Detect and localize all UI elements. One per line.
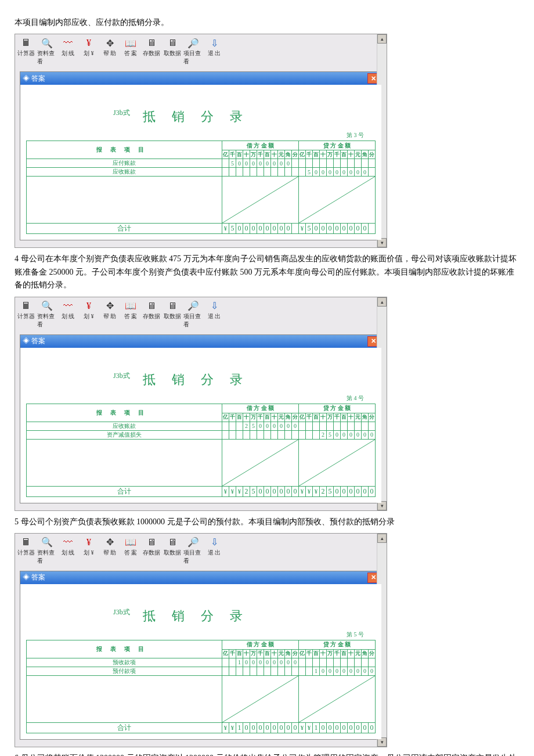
account-name[interactable]: 应收账款 (27, 168, 222, 177)
toolbar-btn-2[interactable]: 〰划 线 (58, 300, 78, 329)
digit-cell (250, 168, 257, 177)
toolbar-btn-0[interactable]: 🖩计算器 (16, 536, 36, 565)
diagonal-line-icon (222, 676, 298, 722)
digit-cell: 0 (341, 486, 348, 496)
digit-cell: 0 (341, 168, 348, 177)
account-name[interactable]: 资产减值损失 (27, 430, 222, 439)
digit-header: 千 (257, 150, 264, 159)
digit-cell: 2 (243, 422, 250, 430)
digit-header: 千 (334, 413, 341, 422)
toolbar-btn-3[interactable]: ¥划 ¥ (79, 37, 99, 66)
toolbar-btn-7[interactable]: 🖥取数据 (163, 300, 182, 329)
toolbar-btn-3[interactable]: ¥划 ¥ (79, 300, 99, 329)
toolbar-btn-2[interactable]: 〰划 线 (58, 536, 78, 565)
digit-cell (222, 430, 229, 439)
toolbar-btn-6[interactable]: 🖥存数据 (142, 37, 161, 66)
scroll-up-icon[interactable]: ▴ (377, 534, 387, 543)
entry-title: 抵销分录 (26, 359, 376, 394)
digit-cell (285, 168, 292, 177)
toolbar-btn-8[interactable]: 🔎项目查看 (183, 300, 203, 329)
debit-header: 借 方 金 额 (222, 404, 299, 413)
digit-cell: 0 (348, 430, 355, 439)
digit-cell: 5 (327, 486, 334, 496)
toolbar-btn-4[interactable]: ✥帮 助 (100, 536, 120, 565)
digit-cell: 2 (320, 486, 327, 496)
toolbar-btn-9[interactable]: ⇩退 出 (204, 300, 224, 329)
toolbar-icon: ✥ (103, 536, 116, 549)
entry-table: 报表项目借 方 金 额贷 方 金 额亿千百十万千百十元角分亿千百十万千百十元角分… (26, 640, 376, 733)
toolbar-icon: 🖩 (20, 536, 33, 549)
toolbar-btn-8[interactable]: 🔎项目查看 (183, 37, 203, 66)
digit-cell (243, 168, 250, 177)
toolbar-label: 划 线 (62, 312, 75, 321)
digit-cell: ¥ (229, 722, 236, 733)
digit-cell: 0 (271, 422, 278, 430)
diagonal-line-icon (222, 177, 298, 223)
digit-cell: 0 (369, 486, 376, 496)
digit-cell: 0 (334, 486, 341, 496)
toolbar-btn-1[interactable]: 🔍资料查看 (37, 300, 57, 329)
digit-cell: 5 (250, 486, 257, 496)
digit-cell (348, 159, 355, 168)
digit-header: 百 (236, 413, 243, 422)
scroll-up-icon[interactable]: ▴ (377, 297, 387, 307)
toolbar-icon: 〰 (62, 37, 74, 49)
toolbar-btn-6[interactable]: 🖥存数据 (142, 300, 161, 329)
digit-cell: 0 (348, 168, 355, 177)
total-label: 合计 (27, 224, 222, 234)
toolbar-btn-1[interactable]: 🔍资料查看 (37, 536, 57, 565)
digit-cell: 0 (362, 168, 369, 177)
digit-cell (285, 667, 292, 675)
account-name[interactable]: 应收账款 (27, 422, 222, 430)
account-name[interactable]: 预收款项 (27, 658, 222, 667)
digit-header: 十 (348, 413, 355, 422)
digit-header: 万 (250, 150, 257, 159)
col-item-header: 报表项目 (27, 404, 222, 422)
toolbar-icon: 🔍 (41, 300, 53, 312)
titlebar: ◈ 答案✕ (20, 72, 381, 85)
scroll-up-icon[interactable]: ▴ (377, 34, 387, 44)
account-name[interactable]: 预付款项 (27, 667, 222, 675)
toolbar-btn-3[interactable]: ¥划 ¥ (79, 536, 99, 565)
digit-cell: 0 (236, 224, 243, 234)
svg-line-5 (299, 676, 375, 722)
toolbar-btn-5[interactable]: 📖答 案 (121, 300, 140, 329)
digit-cell: 0 (257, 658, 264, 667)
toolbar-btn-4[interactable]: ✥帮 助 (100, 37, 120, 66)
digit-cell (222, 422, 229, 430)
toolbar-icon: 🔍 (41, 536, 53, 549)
digit-cell: 0 (320, 722, 327, 733)
toolbar-icon: 📖 (124, 536, 137, 549)
digit-cell: 0 (250, 224, 257, 234)
toolbar-btn-9[interactable]: ⇩退 出 (204, 536, 224, 565)
entry-page-no: 第 5 号 (26, 631, 376, 639)
paragraph-6: 6 母公司将其账面价值 1300000 元的固定资产以 1200000 元的价格… (15, 752, 519, 756)
account-name[interactable]: 应付账款 (27, 159, 222, 168)
toolbar-btn-8[interactable]: 🔎项目查看 (183, 536, 203, 565)
digit-cell (306, 422, 313, 430)
digit-cell: ¥ (222, 722, 229, 733)
digit-cell: 0 (257, 722, 264, 733)
toolbar-btn-5[interactable]: 📖答 案 (121, 536, 140, 565)
digit-cell (222, 658, 229, 667)
toolbar-btn-9[interactable]: ⇩退 出 (204, 37, 224, 66)
digit-cell: 0 (264, 159, 271, 168)
toolbar-btn-6[interactable]: 🖥存数据 (142, 536, 161, 565)
digit-cell: 0 (355, 722, 362, 733)
toolbar-btn-0[interactable]: 🖩计算器 (16, 37, 36, 66)
digit-cell: 0 (334, 667, 341, 675)
digit-cell (299, 168, 306, 177)
toolbar-btn-5[interactable]: 📖答 案 (121, 37, 140, 66)
form-type: J3b式 (113, 371, 130, 381)
toolbar-btn-7[interactable]: 🖥取数据 (163, 536, 182, 565)
toolbar-btn-1[interactable]: 🔍资料查看 (37, 37, 57, 66)
toolbar-btn-7[interactable]: 🖥取数据 (163, 37, 182, 66)
digit-header: 千 (257, 649, 264, 658)
toolbar-btn-0[interactable]: 🖩计算器 (16, 300, 36, 329)
toolbar-label: 划 线 (62, 49, 75, 57)
toolbar-btn-4[interactable]: ✥帮 助 (100, 300, 120, 329)
digit-header: 万 (327, 413, 334, 422)
digit-header: 百 (264, 649, 271, 658)
entry-page-no: 第 3 号 (26, 131, 376, 139)
toolbar-btn-2[interactable]: 〰划 线 (58, 37, 78, 66)
